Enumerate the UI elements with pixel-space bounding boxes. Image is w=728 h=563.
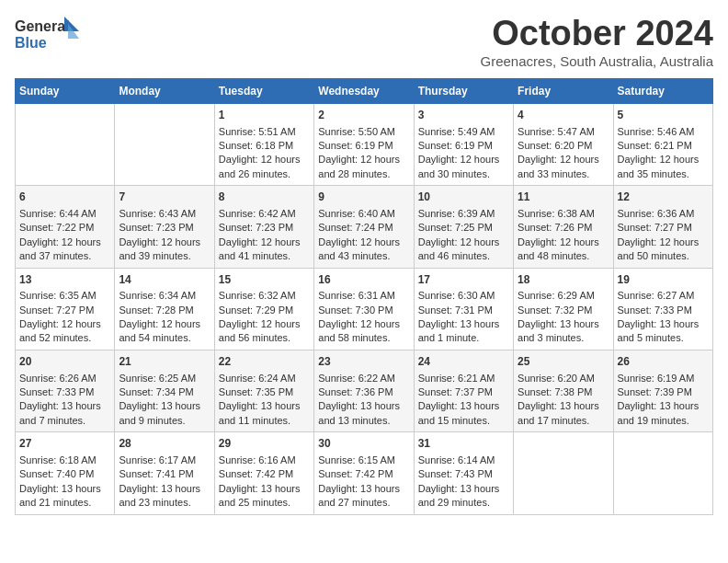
sunset-text: Sunset: 7:35 PM [219,385,310,399]
sunset-text: Sunset: 7:39 PM [618,385,709,399]
sunset-text: Sunset: 6:18 PM [219,139,310,153]
sunrise-text: Sunrise: 6:44 AM [19,207,110,221]
page-header: GeneralBlue October 2024 Greenacres, Sou… [15,15,713,69]
sunrise-text: Sunrise: 5:46 AM [618,125,709,139]
day-number: 4 [518,108,609,123]
sunrise-text: Sunrise: 5:50 AM [318,125,409,139]
sunset-text: Sunset: 7:27 PM [19,304,110,317]
calendar-cell: 31Sunrise: 6:14 AMSunset: 7:43 PMDayligh… [414,432,513,514]
svg-text:General: General [15,18,70,34]
sunrise-text: Sunrise: 5:49 AM [418,125,509,139]
calendar-week-1: 1Sunrise: 5:51 AMSunset: 6:18 PMDaylight… [16,103,713,185]
calendar-cell: 11Sunrise: 6:38 AMSunset: 7:26 PMDayligh… [514,186,613,268]
sunset-text: Sunset: 7:23 PM [219,221,310,235]
calendar-cell [115,103,214,185]
calendar-cell: 2Sunrise: 5:50 AMSunset: 6:19 PMDaylight… [314,103,414,185]
daylight-text: Daylight: 12 hours and 28 minutes. [318,153,409,181]
day-number: 14 [119,272,210,288]
header-tuesday: Tuesday [214,78,313,103]
daylight-text: Daylight: 13 hours and 23 minutes. [119,482,210,511]
sunrise-text: Sunrise: 6:26 AM [19,372,110,385]
sunrise-text: Sunrise: 6:24 AM [219,372,310,385]
sunset-text: Sunset: 7:26 PM [518,221,609,235]
day-number: 24 [418,354,509,370]
sunrise-text: Sunrise: 6:42 AM [219,207,310,221]
calendar-cell [514,432,613,514]
calendar-table: SundayMondayTuesdayWednesdayThursdayFrid… [15,78,713,515]
day-number: 21 [119,354,210,370]
sunrise-text: Sunrise: 6:27 AM [618,289,709,303]
sunset-text: Sunset: 7:31 PM [418,304,509,317]
daylight-text: Daylight: 12 hours and 41 minutes. [219,236,310,264]
sunset-text: Sunset: 7:33 PM [618,304,709,317]
calendar-cell: 12Sunrise: 6:36 AMSunset: 7:27 PMDayligh… [613,186,712,268]
calendar-cell: 3Sunrise: 5:49 AMSunset: 6:19 PMDaylight… [414,103,513,185]
sunrise-text: Sunrise: 6:29 AM [518,289,609,303]
calendar-cell [16,103,115,185]
sunset-text: Sunset: 7:38 PM [518,385,609,399]
daylight-text: Daylight: 13 hours and 29 minutes. [418,482,509,511]
day-number: 27 [19,436,110,452]
sunrise-text: Sunrise: 6:39 AM [418,207,509,221]
header-thursday: Thursday [414,78,513,103]
day-number: 29 [219,436,310,452]
sunset-text: Sunset: 6:20 PM [518,139,609,153]
day-number: 6 [19,190,110,205]
day-number: 8 [219,190,310,205]
header-wednesday: Wednesday [314,78,414,103]
daylight-text: Daylight: 13 hours and 27 minutes. [318,482,409,511]
day-number: 10 [418,190,509,205]
sunset-text: Sunset: 7:37 PM [418,385,509,399]
calendar-cell: 6Sunrise: 6:44 AMSunset: 7:22 PMDaylight… [16,186,115,268]
header-friday: Friday [514,78,613,103]
calendar-cell: 7Sunrise: 6:43 AMSunset: 7:23 PMDaylight… [115,186,214,268]
sunrise-text: Sunrise: 5:47 AM [518,125,609,139]
daylight-text: Daylight: 13 hours and 5 minutes. [618,317,709,346]
daylight-text: Daylight: 13 hours and 7 minutes. [19,399,110,428]
sunrise-text: Sunrise: 6:34 AM [119,289,210,303]
day-number: 9 [318,190,409,205]
daylight-text: Daylight: 12 hours and 26 minutes. [219,153,310,181]
sunrise-text: Sunrise: 6:31 AM [318,289,409,303]
sunrise-text: Sunrise: 6:22 AM [318,372,409,385]
daylight-text: Daylight: 12 hours and 33 minutes. [518,153,609,181]
logo: GeneralBlue [15,15,79,53]
daylight-text: Daylight: 13 hours and 1 minute. [418,317,509,346]
sunset-text: Sunset: 7:30 PM [318,304,409,317]
day-number: 26 [618,354,709,370]
sunset-text: Sunset: 7:24 PM [318,221,409,235]
location: Greenacres, South Australia, Australia [481,53,713,69]
calendar-week-3: 13Sunrise: 6:35 AMSunset: 7:27 PMDayligh… [16,268,713,350]
sunrise-text: Sunrise: 6:30 AM [418,289,509,303]
sunset-text: Sunset: 7:22 PM [19,221,110,235]
calendar-header-row: SundayMondayTuesdayWednesdayThursdayFrid… [16,78,713,103]
calendar-cell: 21Sunrise: 6:25 AMSunset: 7:34 PMDayligh… [115,350,214,431]
calendar-cell: 27Sunrise: 6:18 AMSunset: 7:40 PMDayligh… [16,432,115,514]
daylight-text: Daylight: 13 hours and 9 minutes. [119,399,210,428]
day-number: 13 [19,272,110,288]
sunset-text: Sunset: 7:27 PM [618,221,709,235]
month-title: October 2024 [481,15,713,53]
calendar-cell: 30Sunrise: 6:15 AMSunset: 7:42 PMDayligh… [314,432,414,514]
day-number: 16 [318,272,409,288]
sunset-text: Sunset: 6:19 PM [418,139,509,153]
sunrise-text: Sunrise: 6:14 AM [418,454,509,467]
calendar-cell: 22Sunrise: 6:24 AMSunset: 7:35 PMDayligh… [214,350,313,431]
day-number: 11 [518,190,609,205]
sunrise-text: Sunrise: 6:32 AM [219,289,310,303]
header-sunday: Sunday [16,78,115,103]
daylight-text: Daylight: 13 hours and 13 minutes. [318,399,409,428]
day-number: 15 [219,272,310,288]
calendar-cell: 8Sunrise: 6:42 AMSunset: 7:23 PMDaylight… [214,186,313,268]
daylight-text: Daylight: 12 hours and 35 minutes. [618,153,709,181]
sunset-text: Sunset: 6:19 PM [318,139,409,153]
daylight-text: Daylight: 12 hours and 50 minutes. [618,236,709,264]
day-number: 2 [318,108,409,123]
sunset-text: Sunset: 7:42 PM [318,467,409,481]
sunrise-text: Sunrise: 6:19 AM [618,372,709,385]
sunrise-text: Sunrise: 6:36 AM [618,207,709,221]
daylight-text: Daylight: 13 hours and 11 minutes. [219,399,310,428]
day-number: 3 [418,108,509,123]
calendar-cell: 10Sunrise: 6:39 AMSunset: 7:25 PMDayligh… [414,186,513,268]
daylight-text: Daylight: 12 hours and 54 minutes. [119,317,210,346]
